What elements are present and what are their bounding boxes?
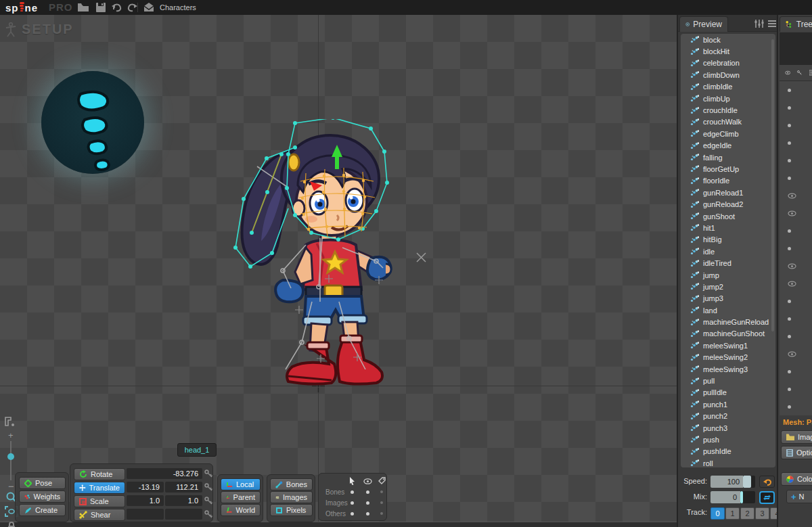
color-button[interactable]: Colo <box>781 472 812 486</box>
animation-item[interactable]: climbUp <box>681 93 775 104</box>
zoom-slider-handle[interactable] <box>7 453 14 460</box>
animation-item[interactable]: celebration <box>681 58 775 69</box>
animation-item[interactable]: land <box>681 304 775 316</box>
animation-item[interactable]: floorIdle <box>681 175 775 187</box>
animation-item[interactable]: punch2 <box>681 411 775 422</box>
animation-item[interactable]: idleTired <box>681 257 775 269</box>
animation-item[interactable]: jump2 <box>681 281 775 292</box>
animation-item[interactable]: floorGetUp <box>681 163 775 175</box>
zoom-slider-track[interactable] <box>10 441 12 480</box>
weights-button[interactable]: Weights <box>19 490 66 503</box>
filter-dot-toggle[interactable] <box>366 490 369 494</box>
zoom-out-button[interactable]: − <box>8 480 14 492</box>
tree-dot-toggle[interactable] <box>780 169 812 187</box>
tree-visible-toggle[interactable] <box>780 275 812 292</box>
tree-visibility-column[interactable] <box>780 81 812 415</box>
save-icon[interactable] <box>95 2 107 13</box>
rotate-key-icon[interactable] <box>204 469 212 478</box>
animation-item[interactable]: jump3 <box>681 293 775 304</box>
animation-item[interactable]: pullIdle <box>681 387 775 398</box>
track-button-2[interactable]: 2 <box>740 507 754 520</box>
filter-dot-toggle[interactable] <box>380 490 383 493</box>
tree-dot-toggle[interactable] <box>780 152 812 169</box>
tree-dot-toggle[interactable] <box>780 116 812 134</box>
mesh-image-button[interactable]: Imag <box>781 430 812 444</box>
shear-tool-button[interactable]: Shear <box>74 509 125 521</box>
animation-item[interactable]: idle <box>681 246 775 257</box>
project-name[interactable]: Characters <box>160 3 196 12</box>
parent-axes-button[interactable]: Parent <box>221 491 261 503</box>
animation-item[interactable]: punch1 <box>681 398 775 410</box>
animation-item[interactable]: blockHit <box>681 45 775 57</box>
filter-dot-toggle[interactable] <box>351 512 354 515</box>
tree-visible-toggle[interactable] <box>780 345 812 363</box>
animation-item[interactable]: climbIdle <box>681 81 775 93</box>
tree-dot-toggle[interactable] <box>780 222 812 239</box>
tint-column-icon[interactable] <box>378 477 386 484</box>
new-button[interactable]: +N <box>786 490 812 503</box>
tree-dot-toggle[interactable] <box>780 239 812 257</box>
filter-dot-toggle[interactable] <box>351 490 354 494</box>
pose-button[interactable]: Pose <box>19 477 66 489</box>
shear-y-field[interactable] <box>165 509 202 520</box>
rotate-tool-button[interactable]: Rotate <box>74 468 125 480</box>
track-button-1[interactable]: 1 <box>725 507 740 520</box>
shear-key-icon[interactable] <box>204 510 212 518</box>
speed-slider-thumb[interactable] <box>743 476 751 488</box>
animation-item[interactable]: meleeSwing3 <box>681 363 775 375</box>
tree-dot-toggle[interactable] <box>780 380 812 398</box>
lock-icon[interactable] <box>7 521 16 527</box>
translate-tool-button[interactable]: Translate <box>74 482 125 494</box>
animation-item[interactable]: falling <box>681 152 775 163</box>
tree-dot-toggle[interactable] <box>780 134 812 152</box>
animation-item[interactable]: crouchWalk <box>681 116 775 128</box>
bones-snap-button[interactable]: Bones <box>270 478 313 490</box>
preview-settings-icon[interactable] <box>754 20 764 28</box>
tree-dot-toggle[interactable] <box>780 292 812 310</box>
scale-x-field[interactable]: 1.0 <box>127 495 164 506</box>
tree-visible-toggle[interactable] <box>780 204 812 222</box>
zoom-in-button[interactable]: + <box>8 430 14 440</box>
tab-preview[interactable]: Preview <box>679 16 728 32</box>
animation-item[interactable]: roll <box>681 457 775 467</box>
visibility-column-icon[interactable] <box>363 478 372 484</box>
animation-item[interactable]: hit1 <box>681 222 775 233</box>
tree-visible-toggle[interactable] <box>780 257 812 275</box>
preview-menu-icon[interactable] <box>768 20 776 27</box>
redo-icon[interactable] <box>126 2 138 13</box>
filter-dot-toggle[interactable] <box>366 501 369 505</box>
view-gizmo-icon[interactable] <box>4 416 16 428</box>
create-button[interactable]: Create <box>19 504 66 516</box>
world-axes-button[interactable]: World <box>221 504 261 516</box>
animation-item[interactable]: climbDown <box>681 69 775 81</box>
animation-item[interactable]: edgeIdle <box>681 140 775 152</box>
scale-y-field[interactable]: 1.0 <box>165 495 202 506</box>
scale-tool-button[interactable]: Scale <box>74 495 125 507</box>
animation-item[interactable]: hitBig <box>681 234 775 246</box>
filter-dot-toggle[interactable] <box>351 501 354 505</box>
tree-dot-toggle[interactable] <box>780 363 812 380</box>
animation-item[interactable]: gunShoot <box>681 210 775 222</box>
translate-x-field[interactable]: -13.19 <box>127 482 164 492</box>
animation-list[interactable]: blockblockHitcelebrationclimbDownclimbId… <box>681 34 775 467</box>
open-folder-icon[interactable] <box>77 2 89 13</box>
pixels-snap-button[interactable]: Pixels <box>270 504 313 516</box>
filter-dot-toggle[interactable] <box>380 512 383 515</box>
animation-list-scrollbar[interactable] <box>771 39 774 331</box>
animation-item[interactable]: machineGunReload <box>681 316 775 327</box>
animation-item[interactable]: crouchIdle <box>681 104 775 116</box>
character-artwork[interactable] <box>230 119 407 392</box>
tree-dot-toggle[interactable] <box>780 310 812 327</box>
loop-button[interactable] <box>759 491 775 504</box>
animation-item[interactable]: machineGunShoot <box>681 328 775 340</box>
animation-item[interactable]: punch3 <box>681 422 775 434</box>
animation-item[interactable]: pull <box>681 375 775 386</box>
tab-tree[interactable]: Tree <box>780 16 812 32</box>
select-column-icon[interactable] <box>348 477 356 485</box>
translate-y-field[interactable]: 112.21 <box>165 482 202 492</box>
tree-dot-toggle[interactable] <box>780 398 812 415</box>
mesh-options-button[interactable]: Optio <box>781 446 812 459</box>
animation-item[interactable]: push <box>681 434 775 445</box>
tree-dot-toggle[interactable] <box>780 327 812 345</box>
scale-key-icon[interactable] <box>204 497 212 505</box>
